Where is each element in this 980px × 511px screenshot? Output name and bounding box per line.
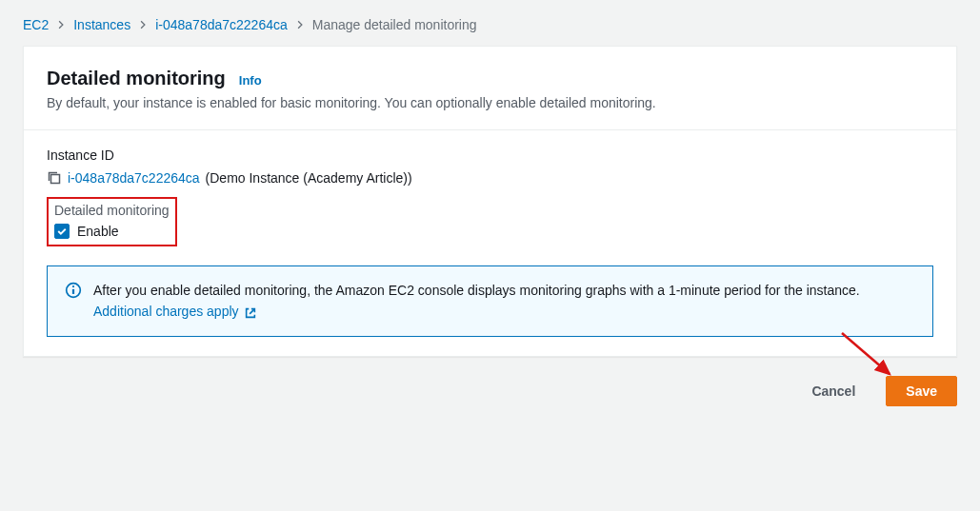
breadcrumb-instance-id[interactable]: i-048a78da7c22264ca [155,17,288,32]
copy-icon[interactable] [47,170,62,186]
enable-checkbox[interactable] [54,224,70,239]
page-title: Detailed monitoring [47,68,226,89]
breadcrumb-current: Manage detailed monitoring [312,17,477,32]
chevron-right-icon [295,20,305,29]
instance-id-link[interactable]: i-048a78da7c22264ca [68,170,200,186]
detailed-monitoring-label: Detailed monitoring [54,203,170,218]
footer: Cancel Save [0,357,980,425]
instance-row: i-048a78da7c22264ca (Demo Instance (Acad… [47,170,933,186]
card-body: Instance ID i-048a78da7c22264ca (Demo In… [24,130,956,356]
chevron-right-icon [56,20,66,29]
save-button[interactable]: Save [886,376,957,406]
enable-label: Enable [77,224,119,239]
info-link[interactable]: Info [239,73,262,88]
svg-rect-0 [51,175,60,184]
breadcrumb: EC2 Instances i-048a78da7c22264ca Manage… [0,0,980,46]
instance-id-label: Instance ID [47,147,933,163]
page-subtitle: By default, your instance is enabled for… [47,95,933,110]
info-icon [65,282,82,302]
highlight-annotation: Detailed monitoring Enable [47,197,177,246]
alert-prefix: After you enable detailed monitoring, th… [93,283,860,298]
additional-charges-link[interactable]: Additional charges apply [93,304,239,319]
alert-text: After you enable detailed monitoring, th… [93,280,915,323]
card-header: Detailed monitoring Info By default, you… [24,47,956,130]
breadcrumb-instances[interactable]: Instances [73,17,130,32]
cancel-button[interactable]: Cancel [800,378,867,404]
chevron-right-icon [138,20,148,29]
instance-name: (Demo Instance (Academy Article)) [206,170,412,186]
breadcrumb-ec2[interactable]: EC2 [23,17,49,32]
external-link-icon [244,306,257,320]
svg-point-3 [72,285,74,287]
info-alert: After you enable detailed monitoring, th… [47,265,933,337]
main-card: Detailed monitoring Info By default, you… [23,46,957,357]
